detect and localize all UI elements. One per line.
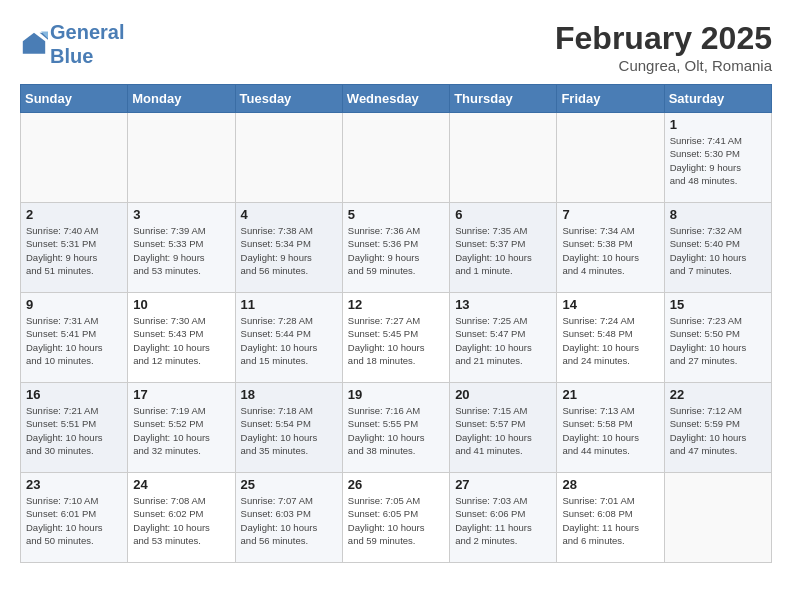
day-number: 9 xyxy=(26,297,122,312)
logo-icon xyxy=(20,30,48,58)
location: Cungrea, Olt, Romania xyxy=(555,57,772,74)
day-number: 17 xyxy=(133,387,229,402)
day-number: 14 xyxy=(562,297,658,312)
day-info: Sunrise: 7:16 AM Sunset: 5:55 PM Dayligh… xyxy=(348,404,444,457)
day-number: 19 xyxy=(348,387,444,402)
day-info: Sunrise: 7:21 AM Sunset: 5:51 PM Dayligh… xyxy=(26,404,122,457)
calendar-cell xyxy=(128,113,235,203)
calendar-cell: 11Sunrise: 7:28 AM Sunset: 5:44 PM Dayli… xyxy=(235,293,342,383)
calendar-cell xyxy=(342,113,449,203)
day-number: 15 xyxy=(670,297,766,312)
calendar-cell xyxy=(664,473,771,563)
day-info: Sunrise: 7:15 AM Sunset: 5:57 PM Dayligh… xyxy=(455,404,551,457)
calendar-cell: 9Sunrise: 7:31 AM Sunset: 5:41 PM Daylig… xyxy=(21,293,128,383)
day-info: Sunrise: 7:08 AM Sunset: 6:02 PM Dayligh… xyxy=(133,494,229,547)
day-number: 23 xyxy=(26,477,122,492)
day-info: Sunrise: 7:27 AM Sunset: 5:45 PM Dayligh… xyxy=(348,314,444,367)
calendar-cell: 20Sunrise: 7:15 AM Sunset: 5:57 PM Dayli… xyxy=(450,383,557,473)
day-number: 5 xyxy=(348,207,444,222)
day-info: Sunrise: 7:12 AM Sunset: 5:59 PM Dayligh… xyxy=(670,404,766,457)
calendar-week-row: 1Sunrise: 7:41 AM Sunset: 5:30 PM Daylig… xyxy=(21,113,772,203)
calendar-week-row: 9Sunrise: 7:31 AM Sunset: 5:41 PM Daylig… xyxy=(21,293,772,383)
day-info: Sunrise: 7:36 AM Sunset: 5:36 PM Dayligh… xyxy=(348,224,444,277)
day-info: Sunrise: 7:28 AM Sunset: 5:44 PM Dayligh… xyxy=(241,314,337,367)
day-number: 12 xyxy=(348,297,444,312)
day-info: Sunrise: 7:38 AM Sunset: 5:34 PM Dayligh… xyxy=(241,224,337,277)
day-info: Sunrise: 7:35 AM Sunset: 5:37 PM Dayligh… xyxy=(455,224,551,277)
day-info: Sunrise: 7:40 AM Sunset: 5:31 PM Dayligh… xyxy=(26,224,122,277)
day-number: 4 xyxy=(241,207,337,222)
calendar-week-row: 23Sunrise: 7:10 AM Sunset: 6:01 PM Dayli… xyxy=(21,473,772,563)
calendar-cell: 17Sunrise: 7:19 AM Sunset: 5:52 PM Dayli… xyxy=(128,383,235,473)
calendar-cell: 12Sunrise: 7:27 AM Sunset: 5:45 PM Dayli… xyxy=(342,293,449,383)
day-number: 16 xyxy=(26,387,122,402)
page-header: General Blue February 2025 Cungrea, Olt,… xyxy=(20,20,772,74)
calendar-cell: 2Sunrise: 7:40 AM Sunset: 5:31 PM Daylig… xyxy=(21,203,128,293)
calendar-cell: 25Sunrise: 7:07 AM Sunset: 6:03 PM Dayli… xyxy=(235,473,342,563)
calendar-cell: 4Sunrise: 7:38 AM Sunset: 5:34 PM Daylig… xyxy=(235,203,342,293)
day-number: 18 xyxy=(241,387,337,402)
calendar-cell: 24Sunrise: 7:08 AM Sunset: 6:02 PM Dayli… xyxy=(128,473,235,563)
day-info: Sunrise: 7:07 AM Sunset: 6:03 PM Dayligh… xyxy=(241,494,337,547)
weekday-header-row: SundayMondayTuesdayWednesdayThursdayFrid… xyxy=(21,85,772,113)
calendar-cell: 5Sunrise: 7:36 AM Sunset: 5:36 PM Daylig… xyxy=(342,203,449,293)
day-number: 6 xyxy=(455,207,551,222)
weekday-header: Friday xyxy=(557,85,664,113)
day-number: 8 xyxy=(670,207,766,222)
day-number: 10 xyxy=(133,297,229,312)
calendar-cell xyxy=(235,113,342,203)
weekday-header: Sunday xyxy=(21,85,128,113)
calendar-cell: 6Sunrise: 7:35 AM Sunset: 5:37 PM Daylig… xyxy=(450,203,557,293)
day-info: Sunrise: 7:13 AM Sunset: 5:58 PM Dayligh… xyxy=(562,404,658,457)
day-info: Sunrise: 7:01 AM Sunset: 6:08 PM Dayligh… xyxy=(562,494,658,547)
month-title: February 2025 xyxy=(555,20,772,57)
calendar-cell: 18Sunrise: 7:18 AM Sunset: 5:54 PM Dayli… xyxy=(235,383,342,473)
calendar-cell: 13Sunrise: 7:25 AM Sunset: 5:47 PM Dayli… xyxy=(450,293,557,383)
day-number: 21 xyxy=(562,387,658,402)
weekday-header: Saturday xyxy=(664,85,771,113)
calendar-week-row: 2Sunrise: 7:40 AM Sunset: 5:31 PM Daylig… xyxy=(21,203,772,293)
day-number: 27 xyxy=(455,477,551,492)
day-info: Sunrise: 7:41 AM Sunset: 5:30 PM Dayligh… xyxy=(670,134,766,187)
day-info: Sunrise: 7:05 AM Sunset: 6:05 PM Dayligh… xyxy=(348,494,444,547)
logo: General Blue xyxy=(20,20,124,68)
calendar-cell: 19Sunrise: 7:16 AM Sunset: 5:55 PM Dayli… xyxy=(342,383,449,473)
calendar-cell: 23Sunrise: 7:10 AM Sunset: 6:01 PM Dayli… xyxy=(21,473,128,563)
calendar-cell: 8Sunrise: 7:32 AM Sunset: 5:40 PM Daylig… xyxy=(664,203,771,293)
day-info: Sunrise: 7:10 AM Sunset: 6:01 PM Dayligh… xyxy=(26,494,122,547)
weekday-header: Monday xyxy=(128,85,235,113)
day-number: 28 xyxy=(562,477,658,492)
day-info: Sunrise: 7:18 AM Sunset: 5:54 PM Dayligh… xyxy=(241,404,337,457)
day-info: Sunrise: 7:19 AM Sunset: 5:52 PM Dayligh… xyxy=(133,404,229,457)
day-info: Sunrise: 7:32 AM Sunset: 5:40 PM Dayligh… xyxy=(670,224,766,277)
calendar-cell: 10Sunrise: 7:30 AM Sunset: 5:43 PM Dayli… xyxy=(128,293,235,383)
svg-marker-0 xyxy=(23,33,45,54)
day-number: 24 xyxy=(133,477,229,492)
calendar-cell: 16Sunrise: 7:21 AM Sunset: 5:51 PM Dayli… xyxy=(21,383,128,473)
calendar-table: SundayMondayTuesdayWednesdayThursdayFrid… xyxy=(20,84,772,563)
weekday-header: Thursday xyxy=(450,85,557,113)
calendar-cell xyxy=(21,113,128,203)
day-info: Sunrise: 7:23 AM Sunset: 5:50 PM Dayligh… xyxy=(670,314,766,367)
calendar-cell: 22Sunrise: 7:12 AM Sunset: 5:59 PM Dayli… xyxy=(664,383,771,473)
day-number: 1 xyxy=(670,117,766,132)
calendar-cell: 3Sunrise: 7:39 AM Sunset: 5:33 PM Daylig… xyxy=(128,203,235,293)
title-block: February 2025 Cungrea, Olt, Romania xyxy=(555,20,772,74)
calendar-cell: 27Sunrise: 7:03 AM Sunset: 6:06 PM Dayli… xyxy=(450,473,557,563)
day-number: 22 xyxy=(670,387,766,402)
day-number: 11 xyxy=(241,297,337,312)
day-number: 26 xyxy=(348,477,444,492)
day-info: Sunrise: 7:25 AM Sunset: 5:47 PM Dayligh… xyxy=(455,314,551,367)
weekday-header: Wednesday xyxy=(342,85,449,113)
day-number: 20 xyxy=(455,387,551,402)
day-number: 7 xyxy=(562,207,658,222)
day-info: Sunrise: 7:03 AM Sunset: 6:06 PM Dayligh… xyxy=(455,494,551,547)
day-number: 2 xyxy=(26,207,122,222)
day-number: 25 xyxy=(241,477,337,492)
day-number: 3 xyxy=(133,207,229,222)
calendar-cell: 14Sunrise: 7:24 AM Sunset: 5:48 PM Dayli… xyxy=(557,293,664,383)
day-info: Sunrise: 7:34 AM Sunset: 5:38 PM Dayligh… xyxy=(562,224,658,277)
day-info: Sunrise: 7:39 AM Sunset: 5:33 PM Dayligh… xyxy=(133,224,229,277)
day-info: Sunrise: 7:24 AM Sunset: 5:48 PM Dayligh… xyxy=(562,314,658,367)
day-info: Sunrise: 7:30 AM Sunset: 5:43 PM Dayligh… xyxy=(133,314,229,367)
